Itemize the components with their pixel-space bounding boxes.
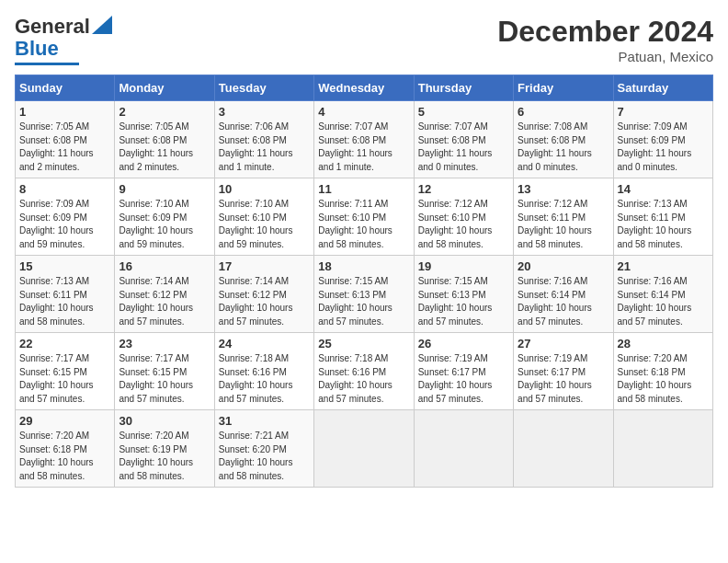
day-number: 10: [219, 182, 310, 196]
day-info: Sunrise: 7:07 AMSunset: 6:08 PMDaylight:…: [318, 121, 409, 174]
calendar-table: Sunday Monday Tuesday Wednesday Thursday…: [15, 75, 713, 488]
calendar-week-4: 22Sunrise: 7:17 AMSunset: 6:15 PMDayligh…: [16, 333, 713, 410]
logo-text-blue: Blue: [15, 37, 59, 61]
calendar-week-1: 1Sunrise: 7:05 AMSunset: 6:08 PMDaylight…: [16, 101, 713, 178]
day-number: 11: [318, 182, 409, 196]
day-info: Sunrise: 7:08 AMSunset: 6:08 PMDaylight:…: [518, 121, 609, 174]
day-number: 6: [518, 105, 609, 119]
day-info: Sunrise: 7:10 AMSunset: 6:10 PMDaylight:…: [219, 198, 310, 251]
day-number: 8: [19, 182, 110, 196]
page-subtitle: Patuan, Mexico: [497, 49, 713, 64]
calendar-cell: 22Sunrise: 7:17 AMSunset: 6:15 PMDayligh…: [16, 333, 115, 410]
day-info: Sunrise: 7:15 AMSunset: 6:13 PMDaylight:…: [318, 275, 409, 328]
day-number: 9: [119, 182, 210, 196]
day-info: Sunrise: 7:12 AMSunset: 6:10 PMDaylight:…: [418, 198, 509, 251]
col-tuesday: Tuesday: [214, 75, 313, 101]
day-info: Sunrise: 7:17 AMSunset: 6:15 PMDaylight:…: [19, 352, 110, 406]
col-wednesday: Wednesday: [314, 75, 414, 101]
header-row: Sunday Monday Tuesday Wednesday Thursday…: [16, 75, 713, 101]
calendar-week-2: 8Sunrise: 7:09 AMSunset: 6:09 PMDaylight…: [16, 178, 713, 256]
col-friday: Friday: [514, 75, 613, 101]
day-number: 14: [618, 182, 709, 196]
day-info: Sunrise: 7:21 AMSunset: 6:20 PMDaylight:…: [219, 430, 310, 483]
day-number: 22: [19, 337, 110, 350]
calendar-cell: 5Sunrise: 7:07 AMSunset: 6:08 PMDaylight…: [414, 101, 513, 178]
day-info: Sunrise: 7:19 AMSunset: 6:17 PMDaylight:…: [518, 352, 609, 406]
col-monday: Monday: [115, 75, 214, 101]
day-number: 28: [618, 337, 709, 350]
calendar-cell: 26Sunrise: 7:19 AMSunset: 6:17 PMDayligh…: [414, 333, 513, 410]
page-header: General Blue December 2024 Patuan, Mexic…: [15, 15, 713, 65]
calendar-cell: 9Sunrise: 7:10 AMSunset: 6:09 PMDaylight…: [115, 178, 214, 256]
day-info: Sunrise: 7:05 AMSunset: 6:08 PMDaylight:…: [119, 121, 210, 174]
calendar-cell: [414, 410, 513, 488]
logo-underline: [15, 63, 79, 65]
calendar-cell: 14Sunrise: 7:13 AMSunset: 6:11 PMDayligh…: [613, 178, 712, 256]
calendar-cell: 29Sunrise: 7:20 AMSunset: 6:18 PMDayligh…: [16, 410, 115, 488]
calendar-cell: 19Sunrise: 7:15 AMSunset: 6:13 PMDayligh…: [414, 256, 513, 333]
logo: General Blue: [15, 15, 112, 65]
calendar-cell: 31Sunrise: 7:21 AMSunset: 6:20 PMDayligh…: [214, 410, 313, 488]
calendar-cell: 10Sunrise: 7:10 AMSunset: 6:10 PMDayligh…: [214, 178, 313, 256]
day-number: 21: [618, 259, 709, 273]
calendar-cell: 24Sunrise: 7:18 AMSunset: 6:16 PMDayligh…: [214, 333, 313, 410]
svg-marker-0: [92, 16, 112, 34]
calendar-cell: 11Sunrise: 7:11 AMSunset: 6:10 PMDayligh…: [314, 178, 414, 256]
day-number: 3: [219, 105, 310, 119]
day-info: Sunrise: 7:09 AMSunset: 6:09 PMDaylight:…: [618, 121, 709, 174]
day-info: Sunrise: 7:14 AMSunset: 6:12 PMDaylight:…: [219, 275, 310, 328]
calendar-cell: 16Sunrise: 7:14 AMSunset: 6:12 PMDayligh…: [115, 256, 214, 333]
calendar-week-3: 15Sunrise: 7:13 AMSunset: 6:11 PMDayligh…: [16, 256, 713, 333]
logo-arrow-icon: [92, 16, 112, 34]
calendar-cell: 20Sunrise: 7:16 AMSunset: 6:14 PMDayligh…: [514, 256, 613, 333]
calendar-cell: 23Sunrise: 7:17 AMSunset: 6:15 PMDayligh…: [115, 333, 214, 410]
day-info: Sunrise: 7:10 AMSunset: 6:09 PMDaylight:…: [119, 198, 210, 251]
day-info: Sunrise: 7:16 AMSunset: 6:14 PMDaylight:…: [518, 275, 609, 328]
day-info: Sunrise: 7:20 AMSunset: 6:19 PMDaylight:…: [119, 430, 210, 483]
day-number: 23: [119, 337, 210, 350]
day-number: 13: [518, 182, 609, 196]
day-info: Sunrise: 7:11 AMSunset: 6:10 PMDaylight:…: [318, 198, 409, 251]
calendar-cell: 1Sunrise: 7:05 AMSunset: 6:08 PMDaylight…: [16, 101, 115, 178]
calendar-cell: 3Sunrise: 7:06 AMSunset: 6:08 PMDaylight…: [214, 101, 313, 178]
calendar-cell: 30Sunrise: 7:20 AMSunset: 6:19 PMDayligh…: [115, 410, 214, 488]
calendar-cell: 12Sunrise: 7:12 AMSunset: 6:10 PMDayligh…: [414, 178, 513, 256]
calendar-cell: 27Sunrise: 7:19 AMSunset: 6:17 PMDayligh…: [514, 333, 613, 410]
day-number: 5: [418, 105, 509, 119]
calendar-cell: 8Sunrise: 7:09 AMSunset: 6:09 PMDaylight…: [16, 178, 115, 256]
day-info: Sunrise: 7:12 AMSunset: 6:11 PMDaylight:…: [518, 198, 609, 251]
day-info: Sunrise: 7:18 AMSunset: 6:16 PMDaylight:…: [318, 352, 409, 406]
day-number: 15: [19, 259, 110, 273]
title-block: December 2024 Patuan, Mexico: [497, 15, 713, 64]
day-number: 24: [219, 337, 310, 350]
day-number: 4: [318, 105, 409, 119]
calendar-cell: 18Sunrise: 7:15 AMSunset: 6:13 PMDayligh…: [314, 256, 414, 333]
day-number: 18: [318, 259, 409, 273]
day-info: Sunrise: 7:13 AMSunset: 6:11 PMDaylight:…: [618, 198, 709, 251]
calendar-cell: 6Sunrise: 7:08 AMSunset: 6:08 PMDaylight…: [514, 101, 613, 178]
day-number: 30: [119, 414, 210, 428]
logo-text-general: General: [15, 15, 90, 39]
day-info: Sunrise: 7:05 AMSunset: 6:08 PMDaylight:…: [19, 121, 110, 174]
day-number: 17: [219, 259, 310, 273]
calendar-cell: 28Sunrise: 7:20 AMSunset: 6:18 PMDayligh…: [613, 333, 712, 410]
day-number: 20: [518, 259, 609, 273]
day-number: 12: [418, 182, 509, 196]
day-number: 27: [518, 337, 609, 350]
day-info: Sunrise: 7:13 AMSunset: 6:11 PMDaylight:…: [19, 275, 110, 328]
page-title: December 2024: [497, 15, 713, 49]
calendar-cell: [613, 410, 712, 488]
day-number: 19: [418, 259, 509, 273]
calendar-cell: [314, 410, 414, 488]
day-info: Sunrise: 7:17 AMSunset: 6:15 PMDaylight:…: [119, 352, 210, 406]
day-number: 16: [119, 259, 210, 273]
col-sunday: Sunday: [16, 75, 115, 101]
day-info: Sunrise: 7:18 AMSunset: 6:16 PMDaylight:…: [219, 352, 310, 406]
day-info: Sunrise: 7:06 AMSunset: 6:08 PMDaylight:…: [219, 121, 310, 174]
day-info: Sunrise: 7:09 AMSunset: 6:09 PMDaylight:…: [19, 198, 110, 251]
day-info: Sunrise: 7:20 AMSunset: 6:18 PMDaylight:…: [618, 352, 709, 406]
calendar-cell: 7Sunrise: 7:09 AMSunset: 6:09 PMDaylight…: [613, 101, 712, 178]
day-number: 2: [119, 105, 210, 119]
calendar-cell: 2Sunrise: 7:05 AMSunset: 6:08 PMDaylight…: [115, 101, 214, 178]
day-number: 7: [618, 105, 709, 119]
